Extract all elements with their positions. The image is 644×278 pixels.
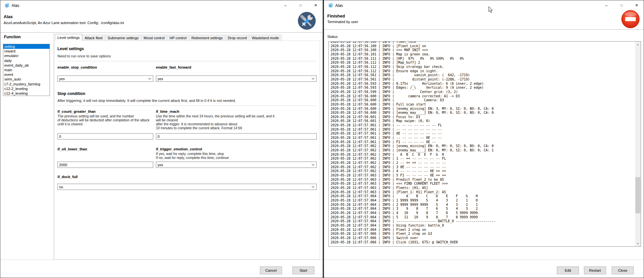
function-list-item[interactable]: reward [3, 49, 50, 53]
desktop: Alas – □ ✕ Alas AzurLaneAutoScript, An A… [0, 0, 644, 278]
log-line: 2020-05-28 12:07:56.112 | INFO | Skip st… [331, 65, 496, 69]
function-list-item[interactable]: c7-2_mystery_farming [3, 82, 50, 86]
enable-fast-forward-value: yes [158, 77, 163, 81]
log-line: 2020-05-28 12:07:56.100 | INFO | fleet_l… [331, 41, 496, 44]
log-line: 2020-05-28 12:07:56.600 | INFO | [enemy_… [331, 111, 496, 115]
left-titlebar[interactable]: Alas – □ ✕ [0, 0, 323, 10]
label-if-dock-full: if_dock_full [57, 175, 78, 179]
function-list-item[interactable]: event [3, 72, 50, 77]
settings-tab[interactable]: Submarine settings [105, 35, 141, 41]
function-list-item[interactable]: daily [3, 58, 50, 63]
right-titlebar[interactable]: Alas – □ ✕ [324, 0, 644, 10]
settings-tab[interactable]: Level settings [55, 34, 82, 41]
log-line: 2020-05-28 12:07:57.063 | INFO | 5 F1 --… [331, 173, 496, 178]
enable-fast-forward-select[interactable]: yes [156, 76, 317, 82]
log-line: 2020-05-28 12:07:57.063 | INFO | Predict… [331, 178, 496, 182]
cancel-button[interactable]: Cancel [260, 266, 282, 274]
settings-tab[interactable]: Attack fleet [82, 35, 105, 41]
settings-tabs[interactable]: Level settingsAttack fleetSubmarine sett… [55, 34, 282, 41]
tools-badge-icon [298, 12, 316, 30]
log-line: 2020-05-28 12:07:57.064 | INFO | 5 11 10… [331, 215, 496, 220]
scrollbar-thumb[interactable] [635, 177, 640, 213]
settings-tab[interactable]: Mood control [141, 35, 167, 41]
divider [57, 61, 317, 61]
log-line: 2020-05-28 12:07:56.561 | INFO | distant… [331, 77, 496, 82]
log-line: 2020-05-28 12:07:57.062 | INFO | [enemy_… [331, 144, 496, 148]
log-lines: 2020-05-28 12:07:56.100 | INFO | fleet_l… [331, 41, 496, 244]
log-scrollbar[interactable]: ▲ ▼ [635, 42, 641, 246]
if-dock-full-select[interactable]: no [57, 184, 317, 190]
log-line: 2020-05-28 12:07:56.101 | INFO | Map is … [331, 52, 496, 57]
maximize-button[interactable]: □ [614, 0, 629, 10]
header-divider [324, 29, 644, 30]
enable-stop-condition-select[interactable]: yes [57, 76, 153, 82]
log-line: 2020-05-28 12:07:56.112 | INFO | Ensure … [331, 69, 496, 74]
log-line: 2020-05-28 12:07:57.062 | INFO | 1 -- ++… [331, 157, 496, 161]
section-desc-level-settings: Need to run once to save options [57, 54, 111, 58]
maximize-button[interactable]: □ [293, 0, 308, 10]
help-if-count-greater-than: The previous setting will be used, and t… [57, 114, 157, 126]
section-title-level-settings: Level settings [57, 46, 84, 51]
close-run-button[interactable]: Close [612, 266, 634, 274]
if-count-greater-than-input[interactable] [57, 133, 153, 139]
restart-button[interactable]: Restart [584, 266, 606, 274]
header-divider [0, 32, 323, 33]
log-line: 2020-05-28 12:07:57.061 | INFO | -- -- -… [331, 136, 496, 140]
log-line: 2020-05-28 12:07:57.066 | INFO | Fleet_2… [331, 232, 496, 236]
scroll-down-button[interactable]: ▼ [635, 241, 641, 246]
if-time-reach-input[interactable] [156, 133, 317, 139]
log-line: 2020-05-28 12:07:56.600 | INFO | Full sc… [331, 103, 496, 107]
log-line: 2020-05-28 12:07:56.111 | INFO | [HP] 97… [331, 57, 496, 61]
log-line: 2020-05-28 12:07:56.600 | INFO | camera … [331, 94, 496, 99]
label-if-trigger-emotion-control: if_trigger_emotion_control [156, 147, 202, 151]
maximize-icon: □ [621, 4, 623, 7]
close-button[interactable]: ✕ [629, 0, 644, 10]
minimize-icon: – [605, 3, 607, 8]
help-if-trigger-emotion-control: If yes, wait for reply, complete this ti… [156, 152, 318, 160]
function-list-item[interactable]: c12-4_leveling [3, 91, 50, 96]
start-button[interactable]: Start [292, 266, 314, 274]
close-button[interactable]: ✕ [308, 0, 323, 10]
settings-tab[interactable]: HP control [167, 35, 189, 41]
log-line: 2020-05-28 12:07:56.601 | INFO | Map swi… [331, 119, 496, 123]
settings-tab[interactable]: Wasteland mode [249, 35, 281, 41]
function-list-item[interactable]: semi_auto [3, 77, 50, 81]
function-list-item[interactable]: emulator [3, 53, 50, 58]
status-log[interactable]: 2020-05-28 12:07:56.100 | INFO | fleet_l… [328, 41, 641, 247]
log-line: 2020-05-28 12:07:56.600 | INFO | Camera:… [331, 98, 496, 103]
function-list-item[interactable]: main [3, 68, 50, 72]
log-line: 2020-05-28 12:07:57.063 | INFO | [Fleet_… [331, 190, 496, 195]
label-if-oil-lower-than: if_oil_lower_than [57, 147, 87, 151]
help-if-time-reach: Use the time within the next 24 hours, t… [156, 114, 318, 130]
page-subtitle: AzurLaneAutoScript, An Azur Lane automat… [4, 21, 124, 25]
settings-tab[interactable]: Retirement settings [189, 35, 226, 41]
chevron-down-icon [312, 185, 314, 188]
label-if-count-greater-than: if_count_greater_than [57, 109, 96, 113]
function-list-item[interactable]: c12-2_leveling [3, 86, 50, 91]
label-enable-stop-condition: enable_stop_condition [57, 65, 97, 69]
function-list-item[interactable]: event_daily_ab [3, 63, 50, 68]
log-line: 2020-05-28 12:07:57.061 | INFO | 0E -- -… [331, 132, 496, 136]
function-list-item[interactable]: setting [3, 44, 50, 49]
scroll-down-icon: ▼ [637, 243, 639, 245]
maximize-icon: □ [300, 4, 302, 7]
if-oil-lower-than-input[interactable] [57, 162, 153, 168]
chevron-down-icon [312, 77, 314, 79]
edit-button[interactable]: Edit [557, 266, 579, 274]
if-trigger-emotion-control-select[interactable]: yes [156, 162, 317, 168]
log-line: 2020-05-28 12:07:57.062 | INFO | A B C D… [331, 153, 496, 157]
function-list[interactable]: settingrewardemulatordailyevent_daily_ab… [3, 44, 50, 96]
divider [57, 106, 317, 106]
settings-tab[interactable]: Drop record [225, 35, 249, 41]
minimize-button[interactable]: – [278, 0, 293, 10]
section-title-stop-condition: Stop condition [57, 91, 85, 96]
log-line: 2020-05-28 12:07:56.561 | INFO | vanish_… [331, 73, 496, 77]
minimize-button[interactable]: – [599, 0, 614, 10]
scroll-up-button[interactable]: ▲ [635, 42, 641, 47]
if-dock-full-value: no [59, 185, 63, 189]
alas-app-icon [4, 3, 10, 8]
log-line: 2020-05-28 12:07:56.100 | INFO | [Fleet_… [331, 44, 496, 48]
label-if-time-reach: if_time_reach [156, 109, 179, 113]
log-line: 2020-05-28 12:07:57.063 | INFO | Fleets:… [331, 186, 496, 190]
log-line: 2020-05-28 12:07:57.061 | INFO | F1 -- -… [331, 140, 496, 144]
